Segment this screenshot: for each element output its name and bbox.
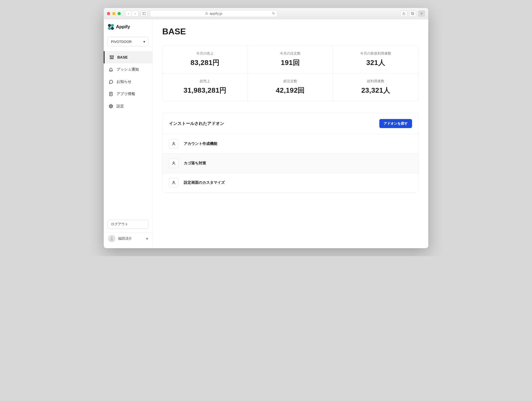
stats-grid: 今月の売上 83,281円 今月の注文数 191回 今月の新規利用者数 321人… [162, 46, 419, 101]
stat-label: 今月の注文数 [251, 51, 330, 56]
window-controls [107, 12, 121, 15]
store-icon [109, 55, 114, 60]
panel-title: インストールされたアドオン [169, 121, 224, 126]
logout-button[interactable]: ログアウト [107, 220, 149, 229]
user-name: 福田涼介 [118, 236, 143, 241]
browser-toolbar: ‹ › appify.jp ↻ + [104, 8, 428, 19]
sidebar: Appify PIVOTDOOR ▾ BASE プッシュ通知 お知らせ [104, 19, 153, 248]
new-tab-button[interactable]: + [418, 10, 425, 17]
addons-panel: インストールされたアドオン アドオンを探す アカウント作成機能 カゴ落ち対策 [162, 113, 419, 193]
svg-rect-4 [412, 13, 414, 15]
stat-label: 総注文数 [251, 79, 330, 84]
stat-value: 31,983,281円 [165, 86, 245, 95]
stat-value: 83,281円 [165, 58, 245, 67]
brand-name: Appify [116, 24, 130, 30]
svg-rect-2 [206, 13, 207, 15]
brand-logo-icon [108, 24, 114, 30]
addon-name: 設定画面のカスタマイズ [184, 180, 225, 185]
svg-point-12 [173, 142, 174, 144]
addon-row[interactable]: カゴ落ち対策 [163, 153, 418, 173]
chevron-down-icon: ▾ [146, 236, 148, 241]
reload-icon[interactable]: ↻ [272, 11, 275, 15]
share-button[interactable] [400, 10, 407, 17]
address-bar[interactable]: appify.jp ↻ [150, 10, 277, 17]
browser-window: ‹ › appify.jp ↻ + Appify [104, 8, 428, 248]
stat-value: 42,192回 [251, 86, 330, 95]
document-icon [109, 92, 113, 96]
minimize-window-icon[interactable] [112, 12, 115, 15]
nav-item-push[interactable]: プッシュ通知 [104, 63, 152, 76]
nav-label: プッシュ通知 [117, 67, 139, 72]
stat-card: 総売上 31,983,281円 [163, 73, 248, 101]
nav-item-appinfo[interactable]: アプリ情報 [104, 88, 152, 100]
stat-label: 総売上 [165, 79, 245, 84]
lock-icon [205, 12, 208, 15]
nav-item-settings[interactable]: 設定 [104, 100, 152, 112]
project-selector-value: PIVOTDOOR [111, 40, 132, 44]
user-menu[interactable]: 福田涼介 ▾ [104, 232, 152, 244]
nav-list: BASE プッシュ通知 お知らせ アプリ情報 設定 [104, 51, 152, 112]
svg-point-11 [111, 237, 113, 239]
stat-card: 総利用者数 23,321人 [333, 73, 418, 101]
addon-name: アカウント作成機能 [184, 141, 217, 146]
stat-value: 321人 [336, 58, 416, 67]
project-selector[interactable]: PIVOTDOOR ▾ [107, 37, 149, 46]
chat-icon [109, 79, 113, 84]
stat-card: 今月の売上 83,281円 [163, 46, 248, 73]
stat-card: 今月の注文数 191回 [248, 46, 333, 73]
page-title: BASE [162, 27, 419, 36]
fullscreen-window-icon[interactable] [118, 12, 121, 15]
person-icon [169, 158, 178, 168]
stat-value: 23,321人 [336, 86, 416, 95]
stat-label: 今月の新規利用者数 [336, 51, 416, 56]
nav-item-base[interactable]: BASE [104, 51, 152, 63]
nav-label: BASE [117, 55, 128, 59]
bell-icon [109, 67, 113, 72]
chevron-down-icon: ▾ [143, 40, 145, 44]
stat-value: 191回 [251, 58, 330, 67]
person-icon [169, 139, 178, 149]
svg-rect-5 [411, 12, 413, 14]
address-text: appify.jp [210, 11, 222, 15]
nav-item-news[interactable]: お知らせ [104, 76, 152, 88]
gear-icon [109, 104, 113, 109]
stat-card: 総注文数 42,192回 [248, 73, 333, 101]
nav-label: 設定 [117, 104, 124, 109]
nav-label: お知らせ [117, 79, 131, 84]
person-icon [169, 178, 178, 187]
svg-rect-0 [143, 12, 146, 15]
panel-header: インストールされたアドオン アドオンを探す [163, 113, 418, 134]
main-content: BASE 今月の売上 83,281円 今月の注文数 191回 今月の新規利用者数… [153, 19, 428, 248]
tabs-button[interactable] [409, 10, 416, 17]
sidebar-toggle-button[interactable] [141, 10, 148, 17]
addon-name: カゴ落ち対策 [184, 161, 206, 166]
back-button[interactable]: ‹ [125, 10, 132, 17]
svg-point-10 [110, 106, 112, 107]
stat-card: 今月の新規利用者数 321人 [333, 46, 418, 73]
forward-button[interactable]: › [132, 10, 139, 17]
brand: Appify [104, 24, 152, 34]
svg-point-14 [173, 181, 174, 182]
addon-row[interactable]: アカウント作成機能 [163, 134, 418, 153]
stat-label: 今月の売上 [165, 51, 245, 56]
close-window-icon[interactable] [107, 12, 110, 15]
addon-row[interactable]: 設定画面のカスタマイズ [163, 173, 418, 192]
avatar-icon [108, 235, 115, 242]
stat-label: 総利用者数 [336, 79, 416, 84]
svg-point-13 [173, 162, 174, 163]
nav-label: アプリ情報 [117, 92, 135, 96]
find-addons-button[interactable]: アドオンを探す [379, 119, 412, 128]
